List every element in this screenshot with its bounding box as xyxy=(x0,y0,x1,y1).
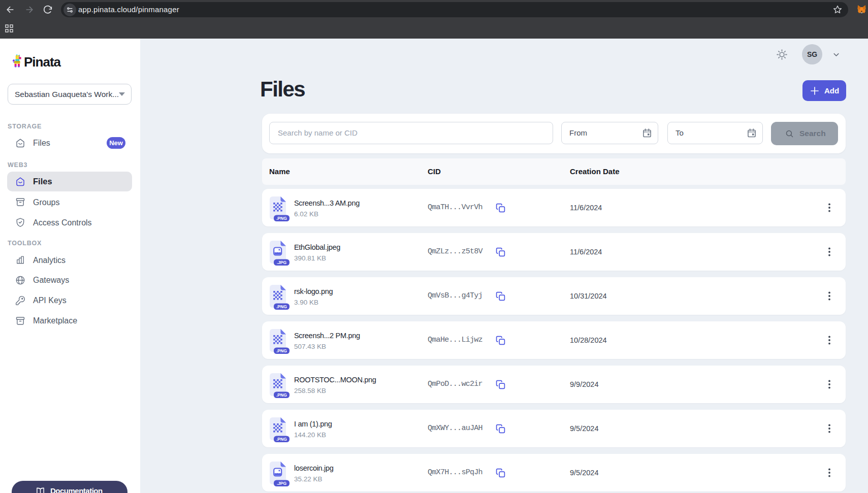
svg-text:.PNG: .PNG xyxy=(276,348,287,353)
svg-text:.PNG: .PNG xyxy=(276,215,287,220)
svg-text:.PNG: .PNG xyxy=(276,436,287,441)
svg-text:.PNG: .PNG xyxy=(276,392,287,397)
svg-text:.JPG: .JPG xyxy=(277,480,287,485)
svg-text:.PNG: .PNG xyxy=(276,304,287,309)
svg-text:.JPG: .JPG xyxy=(277,259,287,265)
